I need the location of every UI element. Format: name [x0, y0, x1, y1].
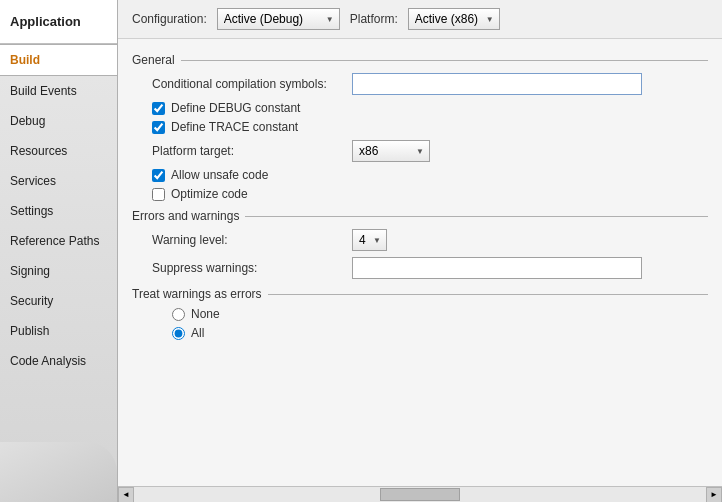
platform-target-row: Platform target: x86 x64 Any CPU [132, 140, 708, 162]
sidebar-item-settings[interactable]: Settings [0, 196, 117, 226]
configuration-select[interactable]: Active (Debug) Debug Release All Configu… [217, 8, 340, 30]
treat-warnings-section-header: Treat warnings as errors [132, 287, 708, 301]
configuration-label: Configuration: [132, 12, 207, 26]
sidebar-item-code-analysis[interactable]: Code Analysis [0, 346, 117, 376]
platform-label: Platform: [350, 12, 398, 26]
conditional-symbols-label: Conditional compilation symbols: [152, 77, 352, 91]
suppress-warnings-label: Suppress warnings: [152, 261, 352, 275]
scroll-left-button[interactable]: ◄ [118, 487, 134, 503]
scroll-content[interactable]: General Conditional compilation symbols:… [118, 39, 722, 486]
scroll-thumb[interactable] [380, 488, 460, 501]
allow-unsafe-checkbox[interactable] [152, 169, 165, 182]
define-trace-checkbox[interactable] [152, 121, 165, 134]
content-area: General Conditional compilation symbols:… [118, 39, 722, 486]
sidebar-item-security[interactable]: Security [0, 286, 117, 316]
none-radio[interactable] [172, 308, 185, 321]
errors-section-header: Errors and warnings [132, 209, 708, 223]
conditional-symbols-input[interactable] [352, 73, 642, 95]
suppress-warnings-row: Suppress warnings: [132, 257, 708, 279]
conditional-symbols-row: Conditional compilation symbols: [132, 73, 708, 95]
platform-select[interactable]: Active (x86) x86 x64 Any CPU [408, 8, 500, 30]
optimize-row: Optimize code [132, 187, 708, 201]
platform-select-wrapper: Active (x86) x86 x64 Any CPU [408, 8, 500, 30]
define-debug-row: Define DEBUG constant [132, 101, 708, 115]
warning-level-label: Warning level: [152, 233, 352, 247]
scroll-right-button[interactable]: ► [706, 487, 722, 503]
optimize-label[interactable]: Optimize code [171, 187, 248, 201]
define-debug-label[interactable]: Define DEBUG constant [171, 101, 300, 115]
sidebar-item-build[interactable]: Build [0, 44, 117, 76]
config-bar: Configuration: Active (Debug) Debug Rele… [118, 0, 722, 39]
all-radio-label[interactable]: All [191, 326, 204, 340]
optimize-checkbox[interactable] [152, 188, 165, 201]
allow-unsafe-label[interactable]: Allow unsafe code [171, 168, 268, 182]
sidebar: Application Build Build Events Debug Res… [0, 0, 118, 502]
configuration-select-wrapper: Active (Debug) Debug Release All Configu… [217, 8, 340, 30]
sidebar-item-services[interactable]: Services [0, 166, 117, 196]
sidebar-item-signing[interactable]: Signing [0, 256, 117, 286]
define-trace-row: Define TRACE constant [132, 120, 708, 134]
platform-target-label: Platform target: [152, 144, 352, 158]
sidebar-item-build-events[interactable]: Build Events [0, 76, 117, 106]
sidebar-item-reference-paths[interactable]: Reference Paths [0, 226, 117, 256]
define-trace-label[interactable]: Define TRACE constant [171, 120, 298, 134]
none-radio-label[interactable]: None [191, 307, 220, 321]
main-content: Configuration: Active (Debug) Debug Rele… [118, 0, 722, 502]
horizontal-scrollbar: ◄ ► [118, 486, 722, 502]
warning-level-row: Warning level: 0 1 2 3 4 [132, 229, 708, 251]
all-radio-row: All [132, 326, 708, 340]
scroll-track[interactable] [134, 487, 706, 502]
define-debug-checkbox[interactable] [152, 102, 165, 115]
suppress-warnings-input[interactable] [352, 257, 642, 279]
platform-target-select[interactable]: x86 x64 Any CPU [352, 140, 430, 162]
platform-target-select-wrapper: x86 x64 Any CPU [352, 140, 430, 162]
none-radio-row: None [132, 307, 708, 321]
sidebar-item-resources[interactable]: Resources [0, 136, 117, 166]
warning-level-select-wrapper: 0 1 2 3 4 [352, 229, 387, 251]
warning-level-select[interactable]: 0 1 2 3 4 [352, 229, 387, 251]
general-section-header: General [132, 53, 708, 67]
all-radio[interactable] [172, 327, 185, 340]
allow-unsafe-row: Allow unsafe code [132, 168, 708, 182]
sidebar-item-debug[interactable]: Debug [0, 106, 117, 136]
sidebar-item-application[interactable]: Application [0, 0, 117, 44]
sidebar-item-publish[interactable]: Publish [0, 316, 117, 346]
